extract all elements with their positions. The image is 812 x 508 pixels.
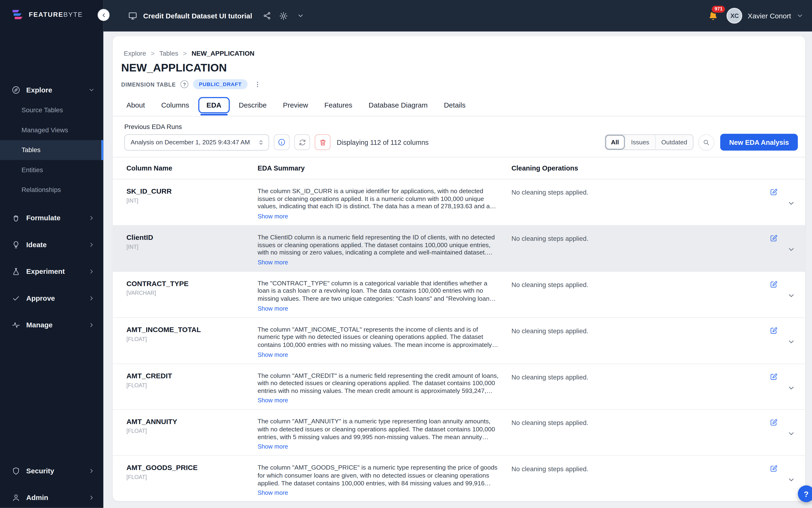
column-type: [FLOAT] [113,428,258,434]
featurebyte-logo: FEATUREBYTE [0,0,103,31]
analysis-select[interactable]: Analysis on December 1, 2025 9:43:47 AM [124,134,269,150]
cleaning-operations-cell: No cleaning steps applied. [511,418,755,451]
chevron-right-icon [88,494,95,501]
sidebar-item-label: Explore [26,86,52,94]
column-name: AMT_GOODS_PRICE [113,464,258,472]
show-more-link[interactable]: Show more [258,351,288,358]
sidebar-item-source-tables[interactable]: Source Tables [0,100,103,120]
edit-icon[interactable] [770,372,778,381]
page-title: NEW_APPLICATION [113,57,805,74]
eda-summary-text: The column "AMT_GOODS_PRICE" is a numeri… [258,464,511,487]
edit-icon[interactable] [770,234,778,243]
breadcrumb: Explore > Tables > NEW_APPLICATION [113,36,805,57]
filter-all[interactable]: All [605,135,625,150]
sidebar-item-relationships[interactable]: Relationships [0,180,103,200]
table-row: AMT_INCOME_TOTAL [FLOAT] The column "AMT… [113,318,805,364]
monitor-icon [126,9,139,22]
edit-icon[interactable] [770,280,778,288]
eda-summary-text: The column "AMT_INCOME_TOTAL" represents… [258,326,511,349]
collapse-sidebar-button[interactable] [98,9,109,21]
show-more-link[interactable]: Show more [258,305,288,311]
info-button[interactable] [274,134,289,150]
sidebar-item-approve[interactable]: Approve [0,288,103,308]
tab-describe[interactable]: Describe [239,101,267,109]
tab-details[interactable]: Details [444,101,466,109]
sidebar-nav: Explore Source Tables Managed Views Tabl… [0,31,103,508]
app-root: FEATUREBYTE Explore Source Tables Manage… [0,0,812,508]
show-more-link[interactable]: Show more [258,397,288,404]
sidebar-item-managed-views[interactable]: Managed Views [0,120,103,140]
edit-icon[interactable] [770,188,778,196]
table-row: CONTRACT_TYPE [VARCHAR] The "CONTRACT_TY… [113,272,805,318]
chevron-down-icon[interactable] [294,9,307,22]
cleaning-operations-cell: No cleaning steps applied. [511,234,755,266]
kebab-menu-icon[interactable] [252,80,262,88]
new-eda-analysis-button[interactable]: New EDA Analysis [720,134,798,151]
sidebar-item-entities[interactable]: Entities [0,160,103,180]
sidebar-item-experiment[interactable]: Experiment [0,261,103,282]
show-more-link[interactable]: Show more [258,490,288,496]
eda-summary-text: The column SK_ID_CURR is a unique identi… [258,187,511,210]
chevron-down-icon[interactable] [787,338,795,345]
breadcrumb-explore[interactable]: Explore [124,50,146,57]
filter-issues[interactable]: Issues [625,135,655,150]
sidebar-item-label: Formulate [26,214,60,222]
chevron-right-icon [88,322,95,328]
cleaning-status: No cleaning steps applied. [511,466,588,473]
breadcrumb-tables[interactable]: Tables [160,50,178,57]
settings-gear-icon[interactable] [277,9,290,22]
explore-compass-icon [11,85,20,94]
sidebar-item-explore[interactable]: Explore [0,79,103,100]
chevron-down-icon[interactable] [787,384,795,391]
row-actions-cell [755,280,805,312]
column-name-cell: ClientID [INT] [113,234,258,266]
displaying-count: Displaying 112 of 112 columns [337,138,428,146]
eda-table-header: Column Name EDA Summary Cleaning Operati… [113,157,805,179]
chevron-down-icon[interactable] [787,476,795,484]
chevron-down-icon[interactable] [787,199,795,207]
experiment-flask-icon [11,267,20,276]
sidebar-item-admin[interactable]: Admin [0,487,103,508]
delete-analysis-button[interactable] [315,134,330,150]
user-avatar[interactable]: XC [727,8,742,24]
column-name: AMT_ANNUITY [113,418,258,426]
tab-columns[interactable]: Columns [161,101,189,109]
search-button[interactable] [698,134,714,150]
show-more-link[interactable]: Show more [258,213,288,219]
edit-icon[interactable] [770,418,778,427]
edit-icon[interactable] [770,465,778,473]
edit-icon[interactable] [770,326,778,335]
cleaning-operations-cell: No cleaning steps applied. [511,326,755,359]
column-name: AMT_INCOME_TOTAL [113,326,258,334]
sidebar-item-security[interactable]: Security [0,460,103,481]
show-more-link[interactable]: Show more [258,259,288,265]
tab-eda[interactable]: EDA [198,97,230,114]
sidebar-item-manage[interactable]: Manage [0,314,103,335]
chevron-down-icon[interactable] [796,12,804,19]
header-eda-summary: EDA Summary [258,157,511,179]
column-type: [INT] [113,243,258,250]
tab-database-diagram[interactable]: Database Diagram [368,101,427,109]
table-meta-row: DIMENSION TABLE ? PUBLIC_DRAFT [113,74,805,89]
column-name: ClientID [113,234,258,241]
chevron-down-icon[interactable] [787,292,795,299]
sidebar-item-ideate[interactable]: Ideate [0,234,103,255]
tab-features[interactable]: Features [324,101,353,109]
tab-about[interactable]: About [126,101,145,109]
chevron-right-icon [88,295,95,301]
cleaning-operations-cell: No cleaning steps applied. [511,280,755,312]
sidebar-item-label: Admin [26,493,48,501]
filter-outdated[interactable]: Outdated [655,135,693,150]
show-more-link[interactable]: Show more [258,443,288,450]
sidebar-item-formulate[interactable]: Formulate [0,207,103,228]
chevron-down-icon[interactable] [787,246,795,253]
share-icon[interactable] [261,9,273,22]
help-circle-icon[interactable]: ? [181,80,188,88]
tab-preview[interactable]: Preview [283,101,308,109]
cleaning-status: No cleaning steps applied. [511,235,588,242]
refresh-button[interactable] [294,134,310,150]
chevron-down-icon[interactable] [787,430,795,438]
column-type: [FLOAT] [113,336,258,342]
notifications-bell-icon[interactable]: 971 [705,7,721,24]
sidebar-item-tables[interactable]: Tables [0,140,103,160]
